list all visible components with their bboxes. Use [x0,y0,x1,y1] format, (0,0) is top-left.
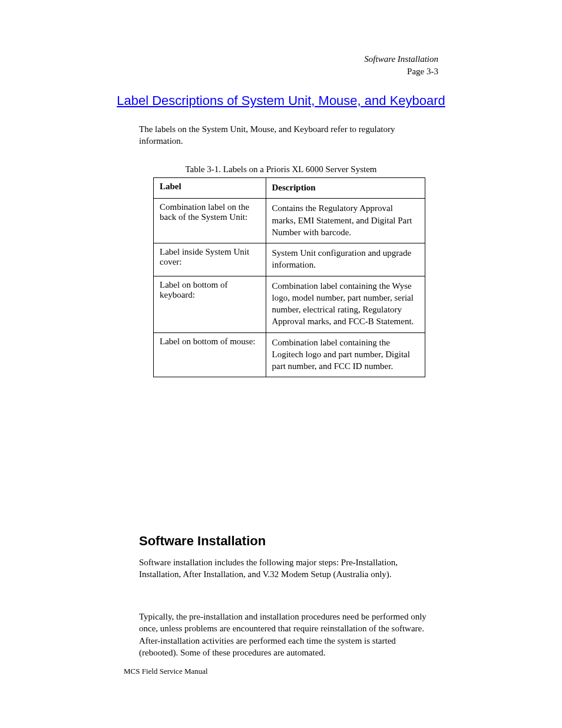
page: Software Installation Page 3-3 Label Des… [0,0,562,728]
header-breadcrumb: Software Installation [364,54,438,64]
table-caption: Table 3-1. Labels on a Prioris XL 6000 S… [0,164,562,174]
table-row: Label on bottom of keyboard: Combination… [154,276,425,332]
table-cell-label: Label inside System Unit cover: [154,243,266,276]
table-cell-description: Combination label containing the Logitec… [266,332,425,377]
table-header-label: Label [154,178,266,199]
section-title-link-wrap: Label Descriptions of System Unit, Mouse… [0,93,562,108]
body-paragraph: Typically, the pre-installation and inst… [139,611,437,658]
page-number: Page 3-3 [407,67,438,77]
table-cell-label: Label on bottom of mouse: [154,332,266,377]
table-header-row: Label Description [154,178,425,199]
section-title-link[interactable]: Label Descriptions of System Unit, Mouse… [117,93,445,108]
table-header-description: Description [266,178,425,199]
body-paragraph: Software installation includes the follo… [139,556,437,581]
table-cell-description: System Unit configuration and upgrade in… [266,243,425,276]
table-row: Label inside System Unit cover: System U… [154,243,425,276]
table-cell-description: Contains the Regulatory Approval marks, … [266,199,425,243]
table-cell-label: Label on bottom of keyboard: [154,276,266,332]
footer-text: MCS Field Service Manual [124,667,208,676]
labels-table: Label Description Combination label on t… [153,177,425,377]
intro-paragraph: The labels on the System Unit, Mouse, an… [139,123,437,147]
table-row: Label on bottom of mouse: Combination la… [154,332,425,377]
table-cell-label: Combination label on the back of the Sys… [154,199,266,243]
section-heading: Software Installation [139,533,437,549]
table-cell-description: Combination label containing the Wyse lo… [266,276,425,332]
table-row: Combination label on the back of the Sys… [154,199,425,243]
